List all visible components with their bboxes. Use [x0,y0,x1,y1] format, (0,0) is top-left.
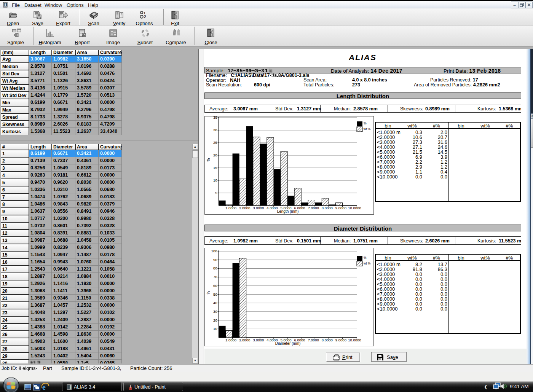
svg-text:Diameter (mm): Diameter (mm) [275,341,301,346]
svg-text:8.0000: 8.0000 [322,338,333,342]
svg-text:wt %: wt % [363,127,371,131]
svg-text:25: 25 [213,140,217,145]
svg-text:%: % [364,121,367,125]
svg-text:%: % [206,158,211,162]
svg-text:7.0000: 7.0000 [308,338,319,342]
svg-text:80: 80 [213,266,217,270]
svg-text:7.0000: 7.0000 [308,206,319,210]
svg-text:1: 1 [144,11,145,15]
svg-text:1.0000: 1.0000 [225,338,236,342]
svg-text:2: 2 [144,15,146,19]
svg-text:wt %: wt % [363,261,371,265]
svg-text:3.0000: 3.0000 [253,206,264,210]
svg-text:15: 15 [213,166,217,170]
svg-text:10: 10 [213,327,217,331]
svg-text:5: 5 [215,191,217,195]
svg-text:4.0000: 4.0000 [266,206,278,210]
svg-text:1.0000: 1.0000 [225,206,236,210]
svg-text:9.0000: 9.0000 [335,338,346,342]
svg-text:30: 30 [213,309,217,314]
svg-text:30: 30 [213,128,217,132]
svg-text:60: 60 [213,284,217,288]
svg-text:20: 20 [213,153,217,157]
svg-text:10.0000: 10.0000 [348,338,361,342]
svg-text:2.0000: 2.0000 [239,206,250,210]
svg-text:50: 50 [213,292,217,296]
svg-text:Length (mm): Length (mm) [277,209,299,214]
svg-text:8.0000: 8.0000 [322,206,333,210]
svg-text:90: 90 [213,258,217,262]
svg-text:9.0000: 9.0000 [335,206,346,210]
svg-text:20: 20 [213,318,217,322]
svg-text:35: 35 [213,116,217,120]
svg-text:10: 10 [213,178,217,182]
svg-text:10.0000: 10.0000 [348,206,361,210]
svg-text:40: 40 [213,301,217,305]
svg-text:%: % [364,256,367,260]
svg-text:%: % [206,291,211,295]
svg-text:2.0000: 2.0000 [239,338,250,342]
svg-text:70: 70 [213,275,217,279]
svg-text:3.0000: 3.0000 [253,338,264,342]
svg-text:100: 100 [211,249,217,253]
